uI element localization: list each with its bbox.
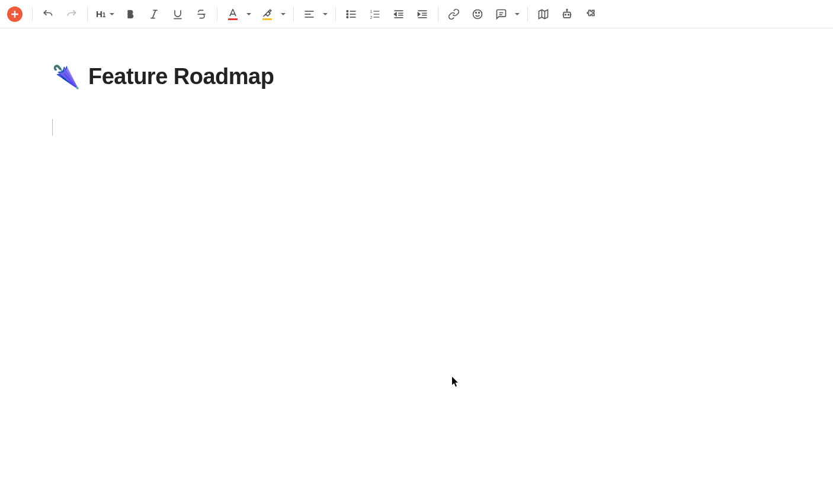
color-group bbox=[222, 4, 289, 25]
svg-point-29 bbox=[473, 9, 482, 18]
indent-button[interactable] bbox=[412, 4, 433, 25]
chevron-down-icon bbox=[514, 11, 520, 17]
add-button[interactable] bbox=[7, 7, 23, 22]
outdent-icon bbox=[393, 8, 405, 20]
align-group bbox=[299, 4, 331, 25]
svg-point-11 bbox=[347, 13, 348, 15]
italic-icon bbox=[148, 8, 160, 20]
divider bbox=[87, 7, 88, 21]
underline-icon bbox=[172, 8, 184, 20]
strikethrough-icon bbox=[196, 8, 207, 20]
document-area[interactable]: 🌂 Feature Roadmap bbox=[0, 28, 833, 391]
chevron-down-icon bbox=[322, 11, 328, 17]
align-button[interactable] bbox=[299, 4, 320, 25]
highlight-icon bbox=[261, 8, 273, 20]
font-color-icon bbox=[227, 8, 239, 20]
chevron-down-icon bbox=[246, 11, 252, 17]
heading-label: H1 bbox=[96, 9, 105, 19]
svg-point-41 bbox=[568, 14, 569, 15]
map-icon bbox=[537, 8, 549, 20]
undo-icon bbox=[42, 8, 54, 20]
strikethrough-button[interactable] bbox=[191, 4, 212, 25]
extensions-button[interactable] bbox=[580, 4, 601, 25]
insert-group bbox=[443, 4, 523, 25]
heading-button[interactable]: H1 bbox=[92, 4, 107, 25]
ai-button[interactable] bbox=[556, 4, 578, 25]
highlight-button[interactable] bbox=[257, 4, 278, 25]
bullet-list-button[interactable] bbox=[341, 4, 362, 25]
font-color-button[interactable] bbox=[222, 4, 244, 25]
link-icon bbox=[448, 8, 460, 20]
align-dropdown[interactable] bbox=[320, 4, 331, 25]
highlight-dropdown[interactable] bbox=[278, 4, 289, 25]
font-color-indicator bbox=[228, 18, 238, 20]
italic-button[interactable] bbox=[143, 4, 165, 25]
redo-button[interactable] bbox=[61, 4, 82, 25]
svg-marker-34 bbox=[539, 9, 548, 18]
document-emoji-icon[interactable]: 🌂 bbox=[52, 66, 80, 88]
svg-point-30 bbox=[476, 12, 477, 13]
comment-dropdown[interactable] bbox=[512, 4, 523, 25]
divider bbox=[438, 7, 438, 21]
tools-group bbox=[533, 4, 601, 25]
indent-icon bbox=[416, 8, 428, 20]
divider bbox=[293, 7, 294, 21]
svg-point-12 bbox=[347, 16, 348, 18]
undo-button[interactable] bbox=[37, 4, 59, 25]
divider bbox=[527, 7, 528, 21]
numbered-list-button[interactable]: 1 2 bbox=[364, 4, 386, 25]
divider bbox=[335, 7, 336, 21]
document-body[interactable] bbox=[52, 119, 781, 356]
puzzle-icon bbox=[585, 8, 597, 20]
plus-icon bbox=[9, 8, 21, 20]
emoji-button[interactable] bbox=[467, 4, 488, 25]
emoji-icon bbox=[472, 8, 483, 20]
outdent-button[interactable] bbox=[388, 4, 409, 25]
svg-text:2: 2 bbox=[370, 15, 373, 19]
history-group bbox=[37, 4, 82, 25]
link-button[interactable] bbox=[443, 4, 464, 25]
comment-button[interactable] bbox=[491, 4, 512, 25]
list-group: 1 2 bbox=[341, 4, 433, 25]
svg-point-40 bbox=[565, 14, 566, 15]
svg-point-31 bbox=[479, 12, 480, 13]
numbered-list-icon: 1 2 bbox=[369, 8, 381, 20]
comment-icon bbox=[495, 8, 507, 20]
bold-icon bbox=[124, 8, 136, 20]
highlight-color-indicator bbox=[262, 18, 272, 20]
chevron-down-icon bbox=[109, 11, 115, 17]
heading-dropdown[interactable] bbox=[107, 4, 117, 25]
text-format-group: H1 bbox=[92, 4, 212, 25]
bold-button[interactable] bbox=[120, 4, 141, 25]
font-color-dropdown[interactable] bbox=[244, 4, 254, 25]
svg-point-10 bbox=[347, 10, 348, 12]
document-header: 🌂 Feature Roadmap bbox=[52, 64, 781, 89]
editor-toolbar: H1 bbox=[0, 0, 833, 28]
redo-icon bbox=[66, 8, 78, 20]
align-left-icon bbox=[303, 8, 315, 20]
map-button[interactable] bbox=[533, 4, 554, 25]
underline-button[interactable] bbox=[167, 4, 188, 25]
svg-line-4 bbox=[153, 10, 156, 18]
bullet-list-icon bbox=[345, 8, 357, 20]
svg-text:1: 1 bbox=[370, 9, 373, 13]
document-title[interactable]: Feature Roadmap bbox=[88, 64, 274, 89]
divider bbox=[217, 7, 217, 21]
divider bbox=[32, 7, 33, 21]
svg-point-39 bbox=[567, 9, 568, 10]
robot-icon bbox=[561, 8, 573, 20]
text-cursor bbox=[52, 119, 53, 136]
chevron-down-icon bbox=[280, 11, 286, 17]
